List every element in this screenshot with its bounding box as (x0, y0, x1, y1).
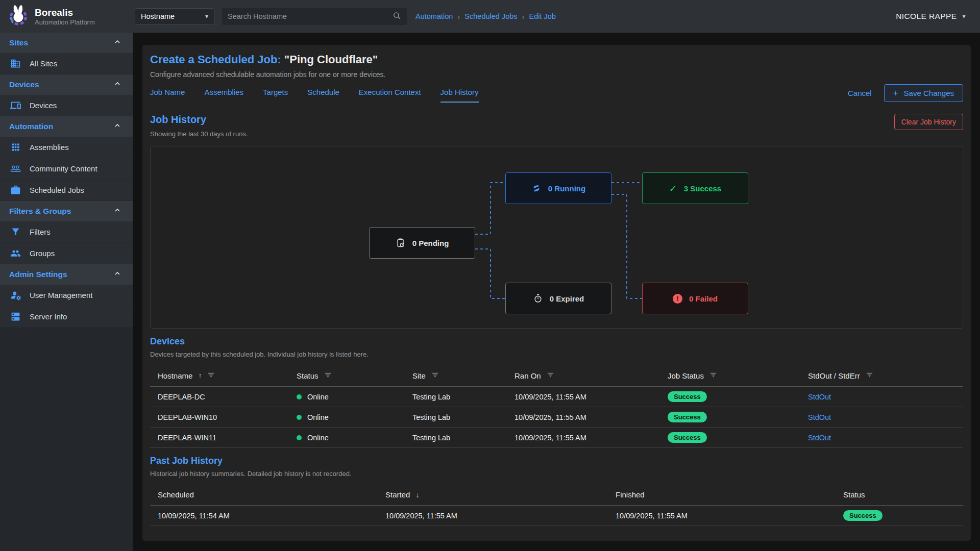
cancel-button[interactable]: Cancel (848, 89, 872, 97)
topbar: Hostname ▾ Automation › Scheduled Jobs ›… (133, 0, 980, 33)
status-box-label: 3 Success (684, 184, 721, 193)
tab-job-history[interactable]: Job History (440, 88, 479, 103)
filter-icon[interactable] (866, 371, 873, 380)
status-box-label: 0 Expired (550, 294, 584, 303)
page-subtitle: Configure advanced schedulable automatio… (150, 70, 963, 79)
section-label: Admin Settings (9, 270, 67, 279)
job-history-header: Job History Showing the last 30 days of … (150, 114, 963, 138)
status-badge: Success (668, 391, 707, 402)
tab-assemblies[interactable]: Assemblies (204, 88, 243, 103)
sidebar-item-all-sites[interactable]: All Sites (0, 53, 133, 74)
job-status-flow-diagram: 0 Pending 0 Running ✓ 3 Success 0 Expire… (150, 146, 963, 329)
breadcrumb: Automation › Scheduled Jobs › Edit Job (415, 12, 556, 21)
past-job-history-heading: Past Job History (150, 456, 963, 466)
caret-down-icon: ▾ (963, 13, 966, 20)
cell-ran-on: 10/09/2025, 11:55 AM (507, 428, 660, 447)
search-input[interactable] (228, 12, 393, 20)
sidebar-item-assemblies[interactable]: Assemblies (0, 137, 133, 158)
column-header-started[interactable]: Started ↓ (378, 484, 608, 505)
sidebar-item-filters[interactable]: Filters (0, 221, 133, 243)
sidebar-item-scheduled-jobs[interactable]: Scheduled Jobs (0, 180, 133, 201)
cell-site: Testing Lab (405, 387, 507, 407)
search-icon[interactable] (393, 11, 401, 22)
sidebar-section-devices[interactable]: Devices (0, 74, 133, 95)
sidebar-section-automation[interactable]: Automation (0, 116, 133, 137)
past-job-history-subheading: Historical job history summaries. Detail… (150, 470, 963, 478)
brand-name: Borealis (35, 7, 95, 18)
past-job-history-table: Scheduled Started ↓ Finished Status 10/0… (150, 484, 963, 526)
column-header-status[interactable]: Status (289, 365, 405, 386)
column-header-job-status[interactable]: Job Status (660, 365, 800, 386)
chevron-up-icon (113, 206, 121, 216)
cell-stdout: StdOut (800, 387, 963, 407)
devices-subheading: Devices targeted by this scheduled job. … (150, 350, 963, 358)
tab-targets[interactable]: Targets (263, 88, 288, 103)
status-box-success: ✓ 3 Success (642, 172, 748, 204)
user-menu[interactable]: NICOLE RAPPE ▾ (896, 12, 966, 21)
status-box-label: 0 Pending (412, 239, 449, 247)
tab-job-name[interactable]: Job Name (150, 88, 185, 103)
filter-icon[interactable] (324, 371, 332, 380)
filter-icon[interactable] (207, 371, 215, 380)
item-label: Community Content (30, 164, 97, 173)
column-header-finished[interactable]: Finished (608, 484, 836, 505)
filter-icon[interactable] (431, 371, 439, 380)
sync-icon (531, 183, 542, 193)
table-row: DEEPLAB-DC Online Testing Lab 10/09/2025… (150, 387, 963, 407)
plus-icon: + (893, 90, 898, 97)
cell-job-status: Success (660, 407, 800, 427)
tab-execution-context[interactable]: Execution Context (359, 88, 421, 103)
section-label: Devices (9, 80, 39, 89)
column-header-stdout-stderr[interactable]: StdOut / StdErr (800, 365, 963, 386)
column-header-ran-on[interactable]: Ran On (507, 365, 660, 386)
status-box-failed: ! 0 Failed (642, 283, 748, 314)
search-box (222, 8, 407, 25)
sidebar-item-user-management[interactable]: User Management (0, 285, 133, 306)
clear-job-history-button[interactable]: Clear Job History (894, 114, 963, 130)
cell-hostname: DEEPLAB-WIN10 (150, 407, 289, 427)
sidebar-item-groups[interactable]: Groups (0, 243, 133, 264)
cell-status: Online (289, 407, 405, 427)
filter-icon[interactable] (709, 371, 717, 380)
sidebar-item-devices[interactable]: Devices (0, 95, 133, 116)
item-label: All Sites (30, 59, 57, 68)
sort-asc-icon: ↑ (198, 371, 202, 380)
sidebar-item-community-content[interactable]: Community Content (0, 158, 133, 180)
stdout-link[interactable]: StdOut (808, 413, 831, 421)
cell-status: Success (836, 506, 963, 525)
sidebar-section-filters-groups[interactable]: Filters & Groups (0, 201, 133, 221)
tabs-row: Job Name Assemblies Targets Schedule Exe… (150, 88, 963, 103)
table-row: DEEPLAB-WIN11 Online Testing Lab 10/09/2… (150, 428, 963, 448)
online-dot-icon (297, 435, 302, 440)
stopwatch-icon (533, 293, 543, 304)
status-box-pending: 0 Pending (369, 227, 475, 259)
stdout-link[interactable]: StdOut (808, 434, 831, 442)
cell-status: Online (289, 387, 405, 407)
brand-subtitle: Automation Platform (35, 18, 95, 26)
groups-icon (10, 248, 21, 259)
user-gear-icon (10, 290, 21, 300)
breadcrumb-automation[interactable]: Automation (415, 12, 453, 20)
sidebar-section-sites[interactable]: Sites (0, 33, 133, 53)
item-label: Groups (30, 249, 55, 258)
column-header-hostname[interactable]: Hostname ↑ (150, 365, 289, 386)
hostname-select[interactable]: Hostname ▾ (135, 8, 214, 25)
user-name: NICOLE RAPPE (896, 12, 957, 21)
sidebar-item-server-info[interactable]: Server Info (0, 306, 133, 328)
item-label: User Management (30, 291, 92, 299)
chevron-up-icon (113, 38, 121, 48)
hostname-select-value: Hostname (141, 12, 175, 20)
column-header-scheduled[interactable]: Scheduled (150, 484, 378, 505)
column-header-status[interactable]: Status (836, 484, 963, 505)
page-title-job-name: "Ping Cloudflare" (281, 53, 378, 66)
tab-schedule[interactable]: Schedule (307, 88, 339, 103)
filter-icon[interactable] (547, 371, 554, 380)
breadcrumb-scheduled-jobs[interactable]: Scheduled Jobs (464, 12, 517, 20)
sidebar-section-admin-settings[interactable]: Admin Settings (0, 264, 133, 285)
breadcrumb-edit-job[interactable]: Edit Job (529, 12, 556, 20)
stdout-link[interactable]: StdOut (808, 393, 831, 401)
column-header-site[interactable]: Site (405, 365, 507, 386)
tab-bar: Job Name Assemblies Targets Schedule Exe… (150, 88, 479, 103)
save-changes-button[interactable]: + Save Changes (884, 84, 963, 102)
status-box-label: 0 Running (548, 184, 585, 193)
